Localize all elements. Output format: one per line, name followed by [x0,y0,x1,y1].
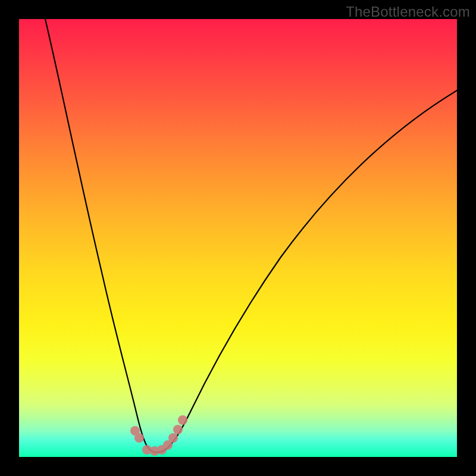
bottleneck-curve-path [45,19,457,452]
marker-dot [168,433,178,443]
curve-svg [19,19,457,457]
marker-dot [134,433,144,443]
marker-dot [178,415,187,425]
plot-area [19,19,457,457]
chart-frame: TheBottleneck.com [0,0,476,476]
marker-dot [173,425,183,434]
watermark-text: TheBottleneck.com [346,4,470,20]
